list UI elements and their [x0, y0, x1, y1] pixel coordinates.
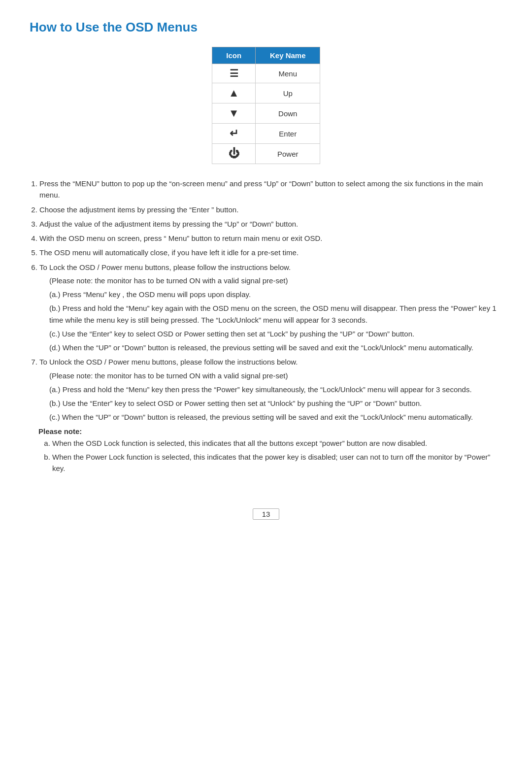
- please-note-list: When the OSD Lock function is selected, …: [38, 437, 502, 474]
- instruction-item-3: Adjust the value of the adjustment items…: [39, 218, 502, 230]
- icon-table-container: Icon Key Name ☰Menu▲Up▼Down↵Enter⏻Power: [30, 47, 502, 164]
- table-row: ☰Menu: [212, 64, 320, 83]
- table-row: ▲Up: [212, 83, 320, 103]
- instructions-list: Press the “MENU” button to pop up the “o…: [30, 178, 502, 423]
- sub-item-6-2: (b.) Press and hold the “Menu” key again…: [49, 302, 502, 326]
- key-name-cell-0: Menu: [256, 64, 320, 83]
- table-row: ⏻Power: [212, 144, 320, 164]
- osd-key-table: Icon Key Name ☰Menu▲Up▼Down↵Enter⏻Power: [212, 47, 320, 164]
- icon-cell-enter-arrow: ↵: [212, 124, 256, 144]
- icon-cell-menu-lines: ☰: [212, 64, 256, 83]
- page-title: How to Use the OSD Menus: [30, 20, 502, 35]
- instruction-item-4: With the OSD menu on screen, press “ Men…: [39, 233, 502, 244]
- sub-item-7-1: (a.) Press and hold the “Menu” key then …: [49, 384, 502, 395]
- instructions-section: Press the “MENU” button to pop up the “o…: [30, 178, 502, 474]
- sub-item-6-4: (d.) When the “UP” or “Down” button is r…: [49, 342, 502, 353]
- icon-cell-triangle-up: ▲: [212, 83, 256, 103]
- key-name-cell-1: Up: [256, 83, 320, 103]
- sub-item-7-2: (b.) Use the “Enter” key to select OSD o…: [49, 398, 502, 409]
- instruction-item-7: To Unlock the OSD / Power menu buttons, …: [39, 356, 502, 423]
- sub-item-6-0: (Please note: the monitor has to be turn…: [49, 275, 502, 286]
- page-footer: 13: [30, 489, 502, 520]
- table-row: ▼Down: [212, 103, 320, 124]
- sub-item-7-0: (Please note: the monitor has to be turn…: [49, 370, 502, 381]
- instruction-item-5: The OSD menu will automatically close, i…: [39, 247, 502, 258]
- key-name-cell-4: Power: [256, 144, 320, 164]
- please-note-item-0: When the OSD Lock function is selected, …: [52, 437, 502, 449]
- instruction-item-2: Choose the adjustment items by pressing …: [39, 204, 502, 215]
- table-row: ↵Enter: [212, 124, 320, 144]
- key-name-cell-3: Enter: [256, 124, 320, 144]
- table-header-keyname: Key Name: [256, 47, 320, 64]
- page-number: 13: [253, 508, 280, 520]
- icon-cell-power: ⏻: [212, 144, 256, 164]
- sub-item-6-3: (c.) Use the “Enter” key to select OSD o…: [49, 328, 502, 339]
- please-note-item-1: When the Power Lock function is selected…: [52, 451, 502, 474]
- sub-item-6-1: (a.) Press “Menu” key , the OSD menu wil…: [49, 289, 502, 300]
- icon-cell-triangle-down: ▼: [212, 103, 256, 124]
- please-note-label: Please note:: [38, 427, 502, 435]
- sub-item-7-3: (c.) When the “UP” or “Down” button is r…: [49, 411, 502, 423]
- instruction-item-6: To Lock the OSD / Power menu buttons, pl…: [39, 262, 502, 354]
- table-header-icon: Icon: [212, 47, 256, 64]
- instruction-item-1: Press the “MENU” button to pop up the “o…: [39, 178, 502, 201]
- key-name-cell-2: Down: [256, 103, 320, 124]
